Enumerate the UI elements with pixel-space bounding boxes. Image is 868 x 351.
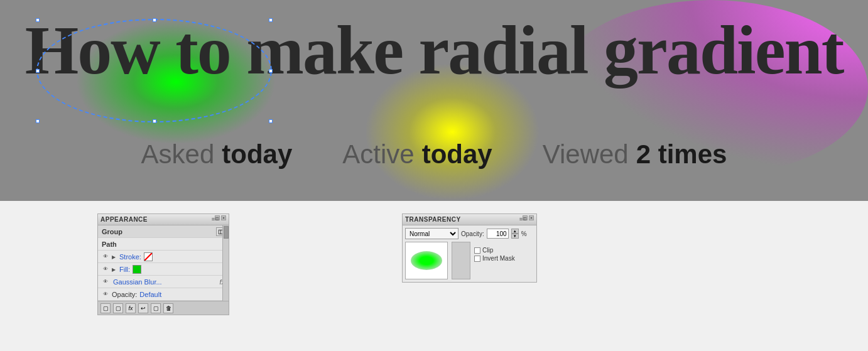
opacity-label: Opacity: — [112, 291, 137, 298]
transparency-resize-btn[interactable]: ◫ — [523, 215, 528, 220]
thumbnail-box — [405, 242, 448, 279]
title-part1: How to — [25, 12, 231, 89]
stroke-arrow-icon[interactable]: ▶ — [112, 254, 117, 259]
bottom-section: APPEARANCE ≡ ◫ × Group ◫ Path 👁 ▶ Stroke… — [0, 201, 868, 351]
appearance-close-btn[interactable]: × — [221, 215, 226, 220]
appearance-panel: APPEARANCE ≡ ◫ × Group ◫ Path 👁 ▶ Stroke… — [97, 213, 229, 315]
fill-swatch[interactable] — [133, 265, 141, 274]
asked-label: Asked — [141, 139, 215, 170]
stat-viewed: Viewed 2 times — [543, 139, 727, 170]
transparency-titlebar: TRANSPARENCY ≡ ◫ × — [403, 214, 536, 225]
opacity-label: Opacity: — [461, 230, 484, 237]
appearance-titlebar: APPEARANCE ≡ ◫ × — [98, 214, 229, 225]
footer-icon-2[interactable]: ▢ — [113, 303, 123, 313]
opacity-down-btn[interactable]: ▼ — [511, 234, 519, 239]
viewed-label: Viewed — [543, 139, 629, 170]
path-label: Path — [102, 240, 117, 248]
percent-label: % — [521, 230, 527, 237]
transparency-close-btn[interactable]: × — [529, 215, 534, 220]
top-section: How to make radial gradient Asked today … — [0, 0, 868, 201]
clip-checkbox[interactable] — [474, 247, 480, 254]
stat-active: Active today — [342, 139, 492, 170]
transparency-content: Normal Opacity: 100 ▲ ▼ % Clip — [403, 225, 536, 282]
opacity-eye-icon[interactable]: 👁 — [102, 291, 109, 298]
group-label: Group — [102, 228, 122, 235]
footer-icon-5[interactable]: ▢ — [151, 303, 161, 313]
appearance-resize-btn[interactable]: ◫ — [215, 215, 220, 220]
appearance-blur-row: 👁 Gaussian Blur... fx — [98, 276, 229, 288]
appearance-title: APPEARANCE — [100, 216, 148, 223]
footer-fx-btn[interactable]: fx — [126, 303, 136, 313]
mask-thumbnail — [452, 242, 470, 279]
clip-row: Clip — [474, 247, 515, 254]
viewed-value: 2 times — [636, 139, 727, 170]
transparency-panel: TRANSPARENCY ≡ ◫ × Normal Opacity: 100 ▲… — [402, 213, 537, 283]
opacity-input[interactable]: 100 — [487, 229, 509, 239]
page-title: How to make radial gradient — [25, 12, 844, 89]
fill-eye-icon[interactable]: 👁 — [102, 266, 109, 273]
blur-eye-icon[interactable]: 👁 — [102, 279, 109, 285]
appearance-content: Group ◫ Path 👁 ▶ Stroke: 👁 ▶ Fill: — [98, 225, 229, 301]
scrollbar-thumb[interactable] — [224, 226, 229, 239]
opacity-up-btn[interactable]: ▲ — [511, 229, 519, 234]
appearance-path-row: Path — [98, 238, 229, 251]
appearance-fill-row: 👁 ▶ Fill: — [98, 263, 229, 276]
clip-label: Clip — [482, 247, 493, 254]
clip-options: Clip Invert Mask — [474, 242, 515, 262]
fill-arrow-icon[interactable]: ▶ — [112, 267, 117, 272]
transparency-controls: ◫ × — [523, 215, 534, 220]
stroke-label: Stroke: — [119, 253, 141, 261]
footer-icon-1[interactable]: ▢ — [100, 303, 111, 313]
asked-value: today — [222, 139, 292, 170]
appearance-group-row: Group ◫ — [98, 225, 229, 238]
active-value: today — [422, 139, 492, 170]
transparency-blend-row: Normal Opacity: 100 ▲ ▼ % — [405, 228, 534, 239]
stat-asked: Asked today — [141, 139, 293, 170]
transparency-mask-row: Clip Invert Mask — [405, 242, 534, 279]
active-label: Active — [342, 139, 414, 170]
invert-label: Invert Mask — [482, 255, 515, 262]
stroke-eye-icon[interactable]: 👁 — [102, 254, 109, 260]
appearance-stroke-row: 👁 ▶ Stroke: — [98, 251, 229, 263]
stats-row: Asked today Active today Viewed 2 times — [0, 139, 868, 170]
footer-undo-btn[interactable]: ↩ — [138, 303, 148, 313]
title-container: How to make radial gradient — [0, 13, 868, 89]
handle-bl[interactable] — [36, 119, 40, 123]
fill-label: Fill: — [119, 266, 130, 273]
thumbnail-preview — [411, 251, 442, 270]
stroke-swatch[interactable] — [144, 252, 153, 261]
invert-row: Invert Mask — [474, 255, 515, 262]
blur-label[interactable]: Gaussian Blur... — [113, 278, 162, 286]
transparency-title: TRANSPARENCY — [405, 216, 461, 223]
appearance-footer: ▢ ▢ fx ↩ ▢ 🗑 — [98, 301, 229, 315]
handle-br[interactable] — [269, 119, 273, 123]
opacity-stepper: ▲ ▼ — [511, 229, 519, 239]
invert-checkbox[interactable] — [474, 256, 480, 262]
appearance-scrollbar[interactable] — [222, 225, 229, 301]
blend-mode-select[interactable]: Normal — [405, 228, 458, 239]
footer-delete-btn[interactable]: 🗑 — [163, 303, 173, 313]
title-part2: make radial gradient — [231, 12, 843, 89]
appearance-opacity-row: 👁 Opacity: Default — [98, 288, 229, 301]
appearance-controls: ◫ × — [215, 215, 226, 220]
opacity-value[interactable]: Default — [139, 291, 161, 298]
